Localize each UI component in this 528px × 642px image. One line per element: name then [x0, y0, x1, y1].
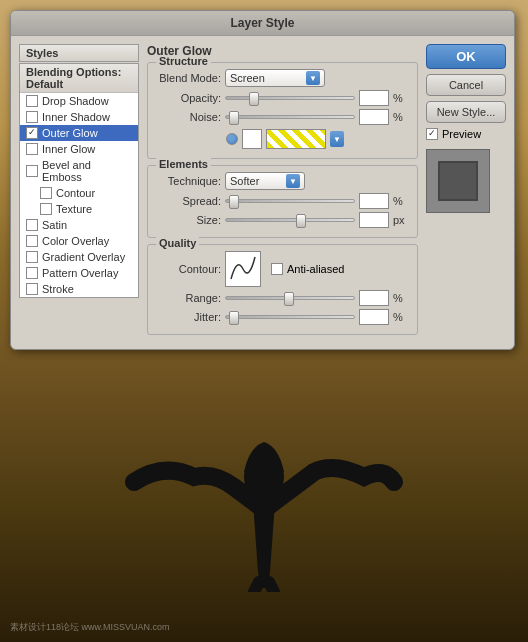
structure-section: Structure Blend Mode: Screen ▼ Opacity: — [147, 62, 418, 159]
sidebar-item-gradient-overlay[interactable]: Gradient Overlay — [20, 249, 138, 265]
ok-button[interactable]: OK — [426, 44, 506, 69]
color-row: ▼ — [156, 129, 409, 149]
stroke-label: Stroke — [42, 283, 74, 295]
jitter-slider-thumb[interactable] — [229, 311, 239, 325]
size-slider-track[interactable] — [225, 218, 355, 222]
opacity-row: Opacity: 20 % — [156, 90, 409, 106]
jitter-slider-track[interactable] — [225, 315, 355, 319]
jitter-unit: % — [393, 311, 409, 323]
styles-panel: Styles Blending Options: Default Drop Sh… — [19, 44, 139, 341]
inner-glow-checkbox[interactable] — [26, 143, 38, 155]
noise-row: Noise: 0 % — [156, 109, 409, 125]
sidebar-item-pattern-overlay[interactable]: Pattern Overlay — [20, 265, 138, 281]
main-panel: Outer Glow Structure Blend Mode: Screen … — [147, 44, 418, 341]
range-slider-track[interactable] — [225, 296, 355, 300]
yellow-pattern-swatch[interactable] — [266, 129, 326, 149]
dialog-title-bar: Layer Style — [11, 11, 514, 36]
silhouette-figure — [114, 392, 414, 592]
technique-value: Softer — [230, 175, 259, 187]
sidebar-item-satin[interactable]: Satin — [20, 217, 138, 233]
blend-mode-select[interactable]: Screen ▼ — [225, 69, 325, 87]
spread-slider-container: 0 % — [225, 193, 409, 209]
styles-list: Blending Options: Default Drop Shadow In… — [19, 63, 139, 298]
inner-shadow-checkbox[interactable] — [26, 111, 38, 123]
inner-glow-label: Inner Glow — [42, 143, 95, 155]
technique-row: Technique: Softer ▼ — [156, 172, 409, 190]
elements-section: Elements Technique: Softer ▼ Spread: — [147, 165, 418, 238]
anti-alias-label: Anti-aliased — [287, 263, 344, 275]
technique-label: Technique: — [156, 175, 221, 187]
range-slider-thumb[interactable] — [284, 292, 294, 306]
new-style-button[interactable]: New Style... — [426, 101, 506, 123]
dialog-title: Layer Style — [230, 16, 294, 30]
blend-mode-arrow[interactable]: ▼ — [306, 71, 320, 85]
jitter-row: Jitter: 0 % — [156, 309, 409, 325]
sidebar-item-texture[interactable]: Texture — [20, 201, 138, 217]
sidebar-item-outer-glow[interactable]: Outer Glow — [20, 125, 138, 141]
sidebar-item-color-overlay[interactable]: Color Overlay — [20, 233, 138, 249]
technique-arrow[interactable]: ▼ — [286, 174, 300, 188]
noise-label: Noise: — [156, 111, 221, 123]
color-swatch-arrow[interactable]: ▼ — [330, 131, 344, 147]
texture-checkbox[interactable] — [40, 203, 52, 215]
drop-shadow-checkbox[interactable] — [26, 95, 38, 107]
gradient-overlay-checkbox[interactable] — [26, 251, 38, 263]
preview-row: Preview — [426, 128, 506, 140]
outer-glow-checkbox[interactable] — [26, 127, 38, 139]
blending-options-label: Blending Options: Default — [26, 66, 132, 90]
color-overlay-label: Color Overlay — [42, 235, 109, 247]
sidebar-item-contour[interactable]: Contour — [20, 185, 138, 201]
size-slider-thumb[interactable] — [296, 214, 306, 228]
size-unit: px — [393, 214, 409, 226]
pattern-overlay-checkbox[interactable] — [26, 267, 38, 279]
preview-checkbox[interactable] — [426, 128, 438, 140]
color-solid-radio[interactable] — [226, 133, 238, 145]
preview-inner — [438, 161, 478, 201]
contour-checkbox[interactable] — [40, 187, 52, 199]
preview-thumbnail — [426, 149, 490, 213]
contour-label: Contour — [56, 187, 95, 199]
range-row: Range: 50 % — [156, 290, 409, 306]
contour-preview[interactable] — [225, 251, 261, 287]
spread-value-input[interactable]: 0 — [359, 193, 389, 209]
quality-section: Quality Contour: Anti-aliased Range: — [147, 244, 418, 335]
opacity-unit: % — [393, 92, 409, 104]
blend-mode-value: Screen — [230, 72, 265, 84]
noise-slider-track[interactable] — [225, 115, 355, 119]
bevel-emboss-checkbox[interactable] — [26, 165, 38, 177]
blend-mode-label: Blend Mode: — [156, 72, 221, 84]
spread-slider-thumb[interactable] — [229, 195, 239, 209]
noise-value-input[interactable]: 0 — [359, 109, 389, 125]
spread-row: Spread: 0 % — [156, 193, 409, 209]
color-overlay-checkbox[interactable] — [26, 235, 38, 247]
cancel-button[interactable]: Cancel — [426, 74, 506, 96]
anti-alias-checkbox[interactable] — [271, 263, 283, 275]
white-color-swatch[interactable] — [242, 129, 262, 149]
opacity-value-input[interactable]: 20 — [359, 90, 389, 106]
sidebar-item-inner-shadow[interactable]: Inner Shadow — [20, 109, 138, 125]
buttons-panel: OK Cancel New Style... Preview — [426, 44, 506, 341]
jitter-value-input[interactable]: 0 — [359, 309, 389, 325]
size-row: Size: 65 px — [156, 212, 409, 228]
opacity-slider-track[interactable] — [225, 96, 355, 100]
sidebar-item-stroke[interactable]: Stroke — [20, 281, 138, 297]
noise-unit: % — [393, 111, 409, 123]
noise-slider-thumb[interactable] — [229, 111, 239, 125]
drop-shadow-label: Drop Shadow — [42, 95, 109, 107]
range-slider-container: 50 % — [225, 290, 409, 306]
satin-checkbox[interactable] — [26, 219, 38, 231]
spread-slider-track[interactable] — [225, 199, 355, 203]
opacity-slider-thumb[interactable] — [249, 92, 259, 106]
styles-panel-header: Styles — [19, 44, 139, 62]
stroke-checkbox[interactable] — [26, 283, 38, 295]
elements-label: Elements — [156, 158, 211, 170]
technique-select[interactable]: Softer ▼ — [225, 172, 305, 190]
range-unit: % — [393, 292, 409, 304]
range-value-input[interactable]: 50 — [359, 290, 389, 306]
sidebar-item-bevel-emboss[interactable]: Bevel and Emboss — [20, 157, 138, 185]
size-value-input[interactable]: 65 — [359, 212, 389, 228]
sidebar-item-blending-options[interactable]: Blending Options: Default — [20, 64, 138, 93]
size-label: Size: — [156, 214, 221, 226]
sidebar-item-inner-glow[interactable]: Inner Glow — [20, 141, 138, 157]
sidebar-item-drop-shadow[interactable]: Drop Shadow — [20, 93, 138, 109]
